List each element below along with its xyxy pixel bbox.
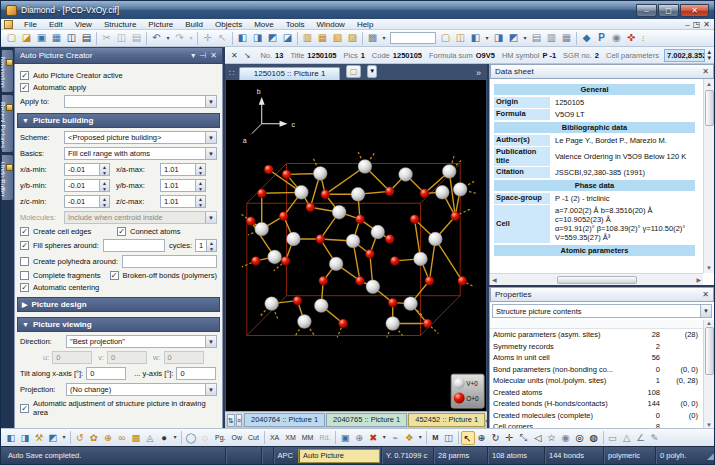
table-icon[interactable]: ▤	[529, 31, 544, 46]
mdi-restore-icon[interactable]: ◳	[693, 20, 701, 29]
render-icon[interactable]: ✜	[624, 31, 639, 46]
report-icon[interactable]: ◩	[506, 31, 521, 46]
back-view-icon[interactable]: ◁	[531, 431, 545, 445]
cell-box-icon[interactable]: ▣	[338, 431, 352, 445]
menu-objects[interactable]: Objects	[209, 20, 248, 29]
menu-file[interactable]: File	[18, 20, 43, 29]
projection-combo[interactable]: (No change)▼	[66, 383, 217, 396]
properties-selector[interactable]: Structure picture contents▼	[492, 304, 712, 318]
section-picture-design[interactable]: ▶Picture design	[17, 297, 220, 312]
annotate-icon[interactable]: ✎	[648, 431, 662, 445]
redo-icon[interactable]: ↷	[172, 31, 187, 46]
data-sheet-titlebar[interactable]: Data sheet ✕	[490, 64, 714, 79]
sidebar-tab-navigation[interactable]: Navigation	[2, 50, 13, 92]
bond-chain-icon[interactable]: ⌁	[388, 431, 402, 445]
layout-icon[interactable]: ◨	[491, 31, 506, 46]
tilt-x-field[interactable]: 0	[86, 367, 126, 380]
fly-icon[interactable]: ◍	[587, 431, 601, 445]
color-scheme-icon[interactable]: ❖	[402, 431, 416, 445]
spin-icon[interactable]: ◉	[559, 431, 573, 445]
fragment-icon[interactable]: ◬	[143, 431, 157, 445]
broken-off-bonds-checkbox[interactable]: ✓	[110, 271, 119, 280]
frame-style-dropdown-icon[interactable]: ▾	[60, 430, 68, 445]
duplicate-picture-icon[interactable]: ◫	[453, 31, 468, 46]
menu-view[interactable]: View	[69, 20, 98, 29]
chevron-down-icon[interactable]: ▼	[700, 305, 711, 317]
zc-max-field[interactable]: 1.01▲▼	[160, 195, 206, 208]
toolbar-overflow-icon[interactable]: ⋮	[639, 31, 647, 46]
report-dropdown-icon[interactable]: ▾	[521, 31, 529, 46]
mdi-minimize-icon[interactable]: –	[685, 20, 689, 29]
rebuild-icon[interactable]: ↺	[73, 431, 87, 445]
picture-tab[interactable]: 1250105 :: Picture 1	[239, 67, 341, 80]
network-icon[interactable]: ▩	[129, 431, 143, 445]
yb-max-field[interactable]: 1.01▲▼	[160, 179, 206, 192]
yb-min-field[interactable]: -0.01▲▼	[64, 179, 110, 192]
fill-spheres-input[interactable]	[103, 239, 165, 252]
scheme-combo[interactable]: <Proposed picture building>▼	[64, 131, 217, 144]
goto-entry-icon[interactable]: ↘	[244, 51, 251, 60]
xa-max-field[interactable]: 1.01▲▼	[160, 163, 206, 176]
tile-windows-icon[interactable]: ◩	[265, 31, 280, 46]
pg-button[interactable]: Pg.	[212, 434, 229, 441]
panel-close-icon[interactable]: ✕	[702, 67, 709, 76]
status-auto-picture[interactable]: Auto Picture	[298, 449, 380, 463]
section-picture-building[interactable]: ▼Picture building	[17, 113, 220, 128]
close-button[interactable]: ✕	[680, 4, 709, 17]
close-window-icon[interactable]: ◪	[280, 31, 295, 46]
title-bar[interactable]: Diamond - [PCD-VxOy.cif] – ◻ ✕	[1, 1, 714, 19]
pan-icon[interactable]: ✛	[200, 31, 215, 46]
move-mode-icon[interactable]: ⊕	[475, 431, 489, 445]
more-tabs-icon[interactable]: »	[476, 68, 485, 80]
table-row[interactable]: Bond parameters (non-bonding co...0(0, 0…	[490, 364, 703, 376]
properties-titlebar[interactable]: Properties ✕	[490, 287, 714, 302]
properties-vertical-scrollbar[interactable]: ▲ ▼	[703, 320, 714, 428]
chevron-down-icon[interactable]: ▼	[205, 132, 216, 143]
frame-dropdown-icon[interactable]: ▾	[483, 31, 491, 46]
menu-help[interactable]: Help	[351, 20, 379, 29]
xa-button[interactable]: XA	[267, 434, 282, 441]
apply-to-combo[interactable]: ▼	[64, 95, 217, 108]
create-cell-edges-checkbox[interactable]: ✓	[20, 227, 29, 236]
color-scheme-dropdown-icon[interactable]: ▾	[416, 430, 424, 445]
sidebar-tab-recent-pictures[interactable]: Recent Pictures	[2, 95, 13, 152]
menu-tools[interactable]: Tools	[280, 20, 311, 29]
new-picture-icon[interactable]: ▢	[438, 31, 453, 46]
scroll-up-icon[interactable]: ▲	[706, 79, 712, 89]
tab-scroll-spinner[interactable]: ⇅	[227, 414, 235, 427]
picture-import-icon[interactable]: ▨	[345, 31, 360, 46]
apc-panel-titlebar[interactable]: Auto Picture Creator ▾ ⊤ ✕	[14, 47, 223, 64]
table-row[interactable]: Atoms in unit cell56	[490, 352, 703, 364]
panel-close-icon[interactable]: ✕	[210, 51, 217, 60]
menu-window[interactable]: Window	[310, 20, 350, 29]
measure-angle-icon[interactable]: △	[620, 431, 634, 445]
cell-parameters-value[interactable]: 7.002,8.352,10.905,91.91...	[664, 49, 706, 62]
letter-p-icon[interactable]: P	[594, 31, 609, 46]
zc-min-field[interactable]: -0.01▲▼	[64, 195, 110, 208]
print-preview-icon[interactable]: ◫	[64, 31, 79, 46]
pin-icon[interactable]: ⊤	[198, 52, 207, 59]
picture-copy-icon[interactable]: ▦	[315, 31, 330, 46]
chart-icon[interactable]: ▥	[544, 31, 559, 46]
select-mode-icon[interactable]: ↖	[461, 431, 475, 445]
destroy-dropdown-icon[interactable]: ▾	[380, 430, 388, 445]
picture-tab-3-active[interactable]: 452452 :: Picture 1	[408, 413, 485, 427]
table-row[interactable]: Created bonds (H-bonds/contacts)144(0, 0…	[490, 398, 703, 410]
auto-adjustment-checkbox[interactable]: ✓	[20, 404, 29, 413]
grid-icon[interactable]: ▩	[365, 31, 380, 46]
save-icon[interactable]: ▣	[34, 31, 49, 46]
delete-entry-icon[interactable]: ✕	[231, 51, 238, 60]
scroll-up-icon[interactable]: ▲	[706, 320, 712, 326]
menu-edit[interactable]: Edit	[43, 20, 69, 29]
copy-icon[interactable]: ◫	[114, 31, 129, 46]
table-row[interactable]: Symmetry records2	[490, 341, 703, 353]
table-row[interactable]: Molecular units (mol./polym. sites)1(0, …	[490, 375, 703, 387]
table-row[interactable]: Created atoms108	[490, 387, 703, 399]
scroll-thumb[interactable]	[705, 327, 714, 375]
xm-button[interactable]: XM	[282, 434, 299, 441]
pan-mode-icon[interactable]: ✛	[503, 431, 517, 445]
new-picture-dropdown-icon[interactable]: ▼	[367, 65, 377, 78]
fill-spheres-checkbox[interactable]: ✓	[20, 241, 29, 250]
m-button[interactable]: M	[429, 433, 441, 442]
origin-icon[interactable]: ⊕	[352, 431, 366, 445]
